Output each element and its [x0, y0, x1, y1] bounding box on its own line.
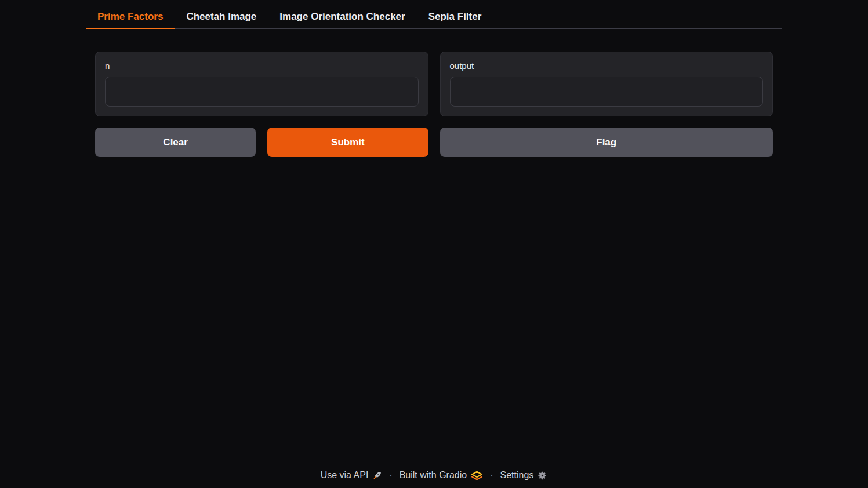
footer: Use via API · Built with Gradio ·	[86, 470, 782, 488]
app-container: Prime Factors Cheetah Image Image Orient…	[86, 0, 782, 488]
tab-cheetah-image[interactable]: Cheetah Image	[175, 5, 268, 29]
gear-icon	[537, 471, 547, 480]
label-decoration-line	[112, 64, 141, 64]
output-panel: output	[440, 52, 773, 116]
input-label: n	[105, 60, 110, 72]
input-column: n Clear Submit	[95, 52, 428, 157]
gradio-logo-icon	[471, 471, 483, 480]
use-via-api-link[interactable]: Use via API	[321, 470, 369, 480]
tab-image-orientation-checker[interactable]: Image Orientation Checker	[268, 5, 416, 29]
footer-separator: ·	[488, 470, 495, 480]
flag-button[interactable]: Flag	[440, 128, 773, 157]
main-content: n Clear Submit output Flag	[86, 52, 782, 157]
n-input[interactable]	[105, 77, 419, 107]
output-label-row: output	[450, 60, 764, 72]
output-column: output Flag	[440, 52, 773, 157]
tab-sepia-filter[interactable]: Sepia Filter	[417, 5, 493, 29]
label-decoration-line	[476, 64, 505, 64]
input-label-row: n	[105, 60, 419, 72]
built-with-gradio-link[interactable]: Built with Gradio	[400, 470, 467, 480]
tab-prime-factors[interactable]: Prime Factors	[86, 5, 175, 29]
output-label: output	[450, 60, 474, 72]
rocket-icon	[372, 471, 382, 480]
settings-link[interactable]: Settings	[500, 470, 534, 480]
use-via-api-link-group: Use via API	[321, 470, 383, 480]
input-panel: n	[95, 52, 428, 116]
flag-button-row: Flag	[440, 128, 773, 157]
action-button-row: Clear Submit	[95, 128, 428, 157]
submit-button[interactable]: Submit	[267, 128, 428, 157]
tab-bar: Prime Factors Cheetah Image Image Orient…	[86, 5, 782, 29]
settings-link-group: Settings	[500, 470, 548, 480]
clear-button[interactable]: Clear	[95, 128, 256, 157]
footer-separator: ·	[387, 470, 394, 480]
output-field[interactable]	[450, 77, 764, 107]
built-with-gradio-link-group: Built with Gradio	[400, 470, 484, 480]
